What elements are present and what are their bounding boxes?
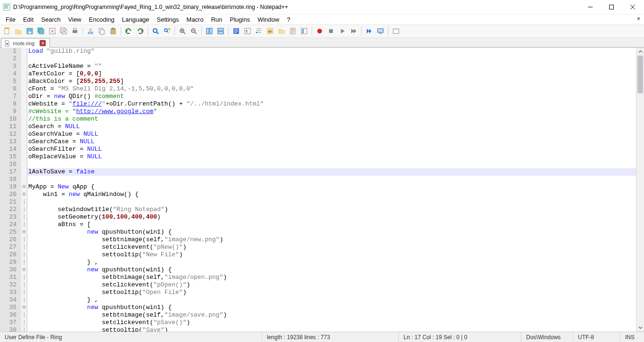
line-text[interactable]: [27, 176, 28, 183]
tab-close-icon[interactable]: ✕: [40, 40, 46, 46]
play-multi-icon[interactable]: [348, 26, 359, 36]
line-text[interactable]: aTextColor = [0,0,0]: [27, 70, 102, 78]
wrap-icon[interactable]: [231, 26, 241, 36]
redo-icon[interactable]: [135, 26, 145, 36]
paste-icon[interactable]: [108, 26, 118, 36]
print-icon[interactable]: [70, 26, 80, 36]
line-text[interactable]: } ,: [27, 296, 98, 304]
line-text[interactable]: setGeometry(100,100,400,400): [27, 213, 161, 221]
line-text[interactable]: [27, 198, 28, 206]
chars-icon[interactable]: ¶: [242, 26, 253, 36]
new-icon[interactable]: [2, 26, 12, 36]
line-text[interactable]: Load "guilib.ring": [27, 48, 94, 55]
save-all-icon[interactable]: [36, 26, 46, 36]
menu-view[interactable]: View: [65, 15, 85, 24]
code-line[interactable]: 12oSearchValue = NULL: [0, 130, 636, 138]
line-text[interactable]: aBackColor = [255,255,255]: [27, 78, 124, 85]
code-line[interactable]: 25⊟ new qpushbutton(win1) {: [0, 228, 636, 236]
code-line[interactable]: 7oDir = new QDir() #comment: [0, 93, 636, 100]
code-line[interactable]: 4aTextColor = [0,0,0]: [0, 70, 636, 78]
scroll-track[interactable]: [636, 56, 644, 324]
fold-marker[interactable]: ⊟: [21, 191, 27, 198]
line-text[interactable]: } ,: [27, 259, 98, 266]
line-text[interactable]: win1 = new qMainWindow() {: [27, 191, 139, 198]
code-line[interactable]: 8cWebsite = "file:///"+oDir.CurrentPath(…: [0, 100, 636, 108]
code-line[interactable]: 37│ setclickevent("pSave()"): [0, 319, 636, 326]
line-text[interactable]: setbtnimage(self,"image/new.png"): [27, 236, 223, 244]
code-line[interactable]: 38│ settooltip("Save"): [0, 326, 636, 332]
scroll-up-icon[interactable]: [636, 48, 644, 56]
line-text[interactable]: setbtnimage(self,"image/save.png"): [27, 311, 227, 319]
func-list-icon[interactable]: [299, 26, 309, 36]
code-line[interactable]: 14oSearchFilter = NULL: [0, 146, 636, 153]
scroll-down-icon[interactable]: [636, 324, 644, 332]
menu-encoding[interactable]: Encoding: [85, 15, 118, 24]
code-line[interactable]: 33│ settooltip("Open File"): [0, 289, 636, 296]
doc-map-icon[interactable]: [288, 26, 298, 36]
code-line[interactable]: 27│ setclickevent("pNew()"): [0, 244, 636, 251]
close-button[interactable]: [622, 0, 643, 14]
sync-v-icon[interactable]: [204, 26, 215, 36]
line-text[interactable]: new qpushbutton(win1) {: [27, 266, 172, 274]
zoom-in-icon[interactable]: [177, 26, 188, 36]
menu-macro[interactable]: Macro: [183, 15, 207, 24]
code-line[interactable]: 16: [0, 161, 636, 168]
code-line[interactable]: 17lAskToSave = false: [0, 168, 636, 176]
code-line[interactable]: 20⊟ win1 = new qMainWindow() {: [0, 191, 636, 198]
menu-settings[interactable]: Settings: [153, 15, 183, 24]
line-text[interactable]: oSearchCase = NULL: [27, 138, 94, 146]
code-line[interactable]: 23│ setGeometry(100,100,400,400): [0, 213, 636, 221]
cut-icon[interactable]: [85, 26, 96, 36]
code-line[interactable]: 11oSearch = NULL: [0, 123, 636, 130]
menu-file[interactable]: File: [2, 15, 19, 24]
line-text[interactable]: aBtns = [: [27, 221, 91, 228]
line-text[interactable]: settooltip("New File"): [27, 251, 183, 259]
ff-icon[interactable]: [364, 26, 374, 36]
file-tab[interactable]: rnote.ring ✕: [1, 38, 50, 48]
copy-icon[interactable]: [97, 26, 107, 36]
code-line[interactable]: 5aBackColor = [255,255,255]: [0, 78, 636, 85]
folder-icon[interactable]: [276, 26, 287, 36]
code-line[interactable]: 15oReplaceValue = NULL: [0, 153, 636, 161]
menu-language[interactable]: Language: [118, 15, 153, 24]
code-line[interactable]: 2: [0, 55, 636, 63]
code-line[interactable]: 30⊟ new qpushbutton(win1) {: [0, 266, 636, 274]
line-text[interactable]: oDir = new QDir() #comment: [27, 93, 124, 100]
vertical-scrollbar[interactable]: [636, 48, 644, 332]
find-icon[interactable]: [150, 26, 161, 36]
code-line[interactable]: 36│ setbtnimage(self,"image/save.png"): [0, 311, 636, 319]
scroll-thumb[interactable]: [637, 56, 643, 93]
line-text[interactable]: setclickevent("pNew()"): [27, 244, 186, 251]
line-text[interactable]: setclickevent("pSave()"): [27, 319, 190, 326]
code-line[interactable]: 29│ } ,: [0, 259, 636, 266]
line-text[interactable]: //this is a comment: [27, 115, 98, 123]
undo-icon[interactable]: [124, 26, 134, 36]
line-text[interactable]: #cWebsite = "http://www.google.com": [27, 108, 157, 115]
code-line[interactable]: 28│ settooltip("New File"): [0, 251, 636, 259]
line-text[interactable]: cFont = "MS Shell Dlg 2,14,-1,5,50,0,0,0…: [27, 85, 194, 93]
line-text[interactable]: settooltip("Open File"): [27, 289, 186, 296]
code-line[interactable]: 31│ setbtnimage(self,"image/open.png"): [0, 274, 636, 281]
code-line[interactable]: 1Load "guilib.ring": [0, 48, 636, 55]
line-text[interactable]: new qpushbutton(win1) {: [27, 228, 172, 236]
line-text[interactable]: cWebsite = "file:///"+oDir.CurrentPath()…: [27, 100, 264, 108]
menu-edit[interactable]: Edit: [19, 15, 37, 24]
line-text[interactable]: MyApp = New qApp {: [27, 183, 94, 191]
stop-icon[interactable]: [326, 26, 336, 36]
replace-icon[interactable]: [162, 26, 172, 36]
menu-search[interactable]: Search: [37, 15, 64, 24]
line-text[interactable]: new qpushbutton(win1) {: [27, 304, 172, 311]
line-text[interactable]: settooltip("Save"): [27, 326, 168, 332]
fold-marker[interactable]: ⊟: [21, 304, 27, 311]
line-text[interactable]: oSearch = NULL: [27, 123, 80, 130]
zoom-out-icon[interactable]: [189, 26, 199, 36]
code-line[interactable]: 32│ setclickevent("pOpen()"): [0, 281, 636, 289]
line-text[interactable]: [27, 161, 28, 168]
line-text[interactable]: setwindowtitle("Ring Notepad"): [27, 206, 168, 213]
play-icon[interactable]: [337, 26, 347, 36]
code-line[interactable]: 3cActiveFileName = "": [0, 63, 636, 70]
minimize-button[interactable]: [579, 0, 601, 14]
indent-icon[interactable]: [254, 26, 264, 36]
code-line[interactable]: 21│: [0, 198, 636, 206]
menu-run[interactable]: Run: [207, 15, 226, 24]
